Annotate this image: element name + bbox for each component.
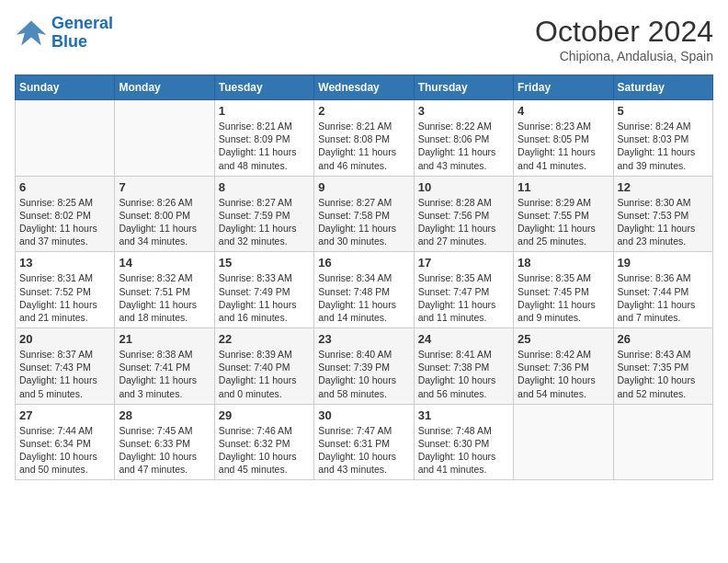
calendar-cell: 31Sunrise: 7:48 AM Sunset: 6:30 PM Dayli…	[414, 404, 513, 480]
calendar-cell: 15Sunrise: 8:33 AM Sunset: 7:49 PM Dayli…	[214, 252, 313, 328]
calendar-cell: 22Sunrise: 8:39 AM Sunset: 7:40 PM Dayli…	[214, 328, 313, 405]
day-info: Sunrise: 8:31 AM Sunset: 7:52 PM Dayligh…	[19, 271, 110, 324]
day-info: Sunrise: 7:45 AM Sunset: 6:33 PM Dayligh…	[119, 424, 210, 477]
calendar-day-header: Tuesday	[214, 75, 313, 100]
day-number: 7	[119, 180, 210, 194]
calendar-day-header: Friday	[514, 75, 613, 100]
day-info: Sunrise: 8:28 AM Sunset: 7:56 PM Dayligh…	[418, 196, 509, 248]
day-info: Sunrise: 8:26 AM Sunset: 8:00 PM Dayligh…	[119, 196, 210, 248]
calendar-cell: 11Sunrise: 8:29 AM Sunset: 7:55 PM Dayli…	[514, 176, 613, 252]
calendar-cell: 21Sunrise: 8:38 AM Sunset: 7:41 PM Dayli…	[115, 328, 214, 405]
day-number: 19	[618, 256, 709, 270]
calendar-cell: 13Sunrise: 8:31 AM Sunset: 7:52 PM Dayli…	[16, 252, 115, 328]
calendar-cell: 23Sunrise: 8:40 AM Sunset: 7:39 PM Dayli…	[314, 328, 414, 405]
day-number: 31	[418, 408, 509, 422]
day-number: 21	[119, 332, 210, 346]
svg-marker-0	[17, 20, 46, 45]
day-info: Sunrise: 7:46 AM Sunset: 6:32 PM Dayligh…	[219, 424, 310, 477]
title-block: October 2024 Chipiona, Andalusia, Spain	[535, 15, 713, 63]
calendar-cell: 20Sunrise: 8:37 AM Sunset: 7:43 PM Dayli…	[16, 328, 115, 405]
day-number: 3	[418, 104, 509, 118]
day-number: 5	[618, 104, 709, 118]
calendar-cell: 10Sunrise: 8:28 AM Sunset: 7:56 PM Dayli…	[414, 176, 513, 252]
day-info: Sunrise: 8:42 AM Sunset: 7:36 PM Dayligh…	[518, 348, 609, 400]
day-info: Sunrise: 8:27 AM Sunset: 7:58 PM Dayligh…	[318, 196, 409, 248]
calendar-cell: 9Sunrise: 8:27 AM Sunset: 7:58 PM Daylig…	[314, 176, 414, 252]
day-number: 1	[219, 104, 310, 118]
day-number: 22	[219, 332, 310, 346]
day-info: Sunrise: 8:43 AM Sunset: 7:35 PM Dayligh…	[618, 348, 709, 400]
calendar-day-header: Monday	[115, 75, 214, 100]
calendar-cell: 28Sunrise: 7:45 AM Sunset: 6:33 PM Dayli…	[115, 404, 214, 480]
calendar-cell: 3Sunrise: 8:22 AM Sunset: 8:06 PM Daylig…	[414, 100, 513, 177]
day-info: Sunrise: 8:36 AM Sunset: 7:44 PM Dayligh…	[618, 271, 709, 324]
calendar-cell: 4Sunrise: 8:23 AM Sunset: 8:05 PM Daylig…	[514, 100, 613, 177]
day-info: Sunrise: 8:22 AM Sunset: 8:06 PM Dayligh…	[418, 120, 509, 172]
calendar-cell: 1Sunrise: 8:21 AM Sunset: 8:09 PM Daylig…	[214, 100, 313, 177]
calendar-cell: 17Sunrise: 8:35 AM Sunset: 7:47 PM Dayli…	[414, 252, 513, 328]
day-number: 6	[19, 180, 110, 194]
month-title: October 2024	[535, 15, 713, 49]
day-info: Sunrise: 8:40 AM Sunset: 7:39 PM Dayligh…	[318, 348, 409, 400]
calendar-week-row: 13Sunrise: 8:31 AM Sunset: 7:52 PM Dayli…	[16, 252, 713, 328]
calendar-cell: 29Sunrise: 7:46 AM Sunset: 6:32 PM Dayli…	[214, 404, 313, 480]
day-number: 16	[318, 256, 409, 270]
day-info: Sunrise: 8:41 AM Sunset: 7:38 PM Dayligh…	[418, 348, 509, 400]
day-info: Sunrise: 7:47 AM Sunset: 6:31 PM Dayligh…	[318, 424, 409, 477]
page-header: General Blue October 2024 Chipiona, Anda…	[15, 15, 713, 63]
logo-text: General Blue	[51, 15, 113, 52]
day-info: Sunrise: 8:37 AM Sunset: 7:43 PM Dayligh…	[19, 348, 110, 400]
calendar-cell	[115, 100, 214, 177]
logo: General Blue	[15, 15, 113, 52]
calendar-day-header: Sunday	[16, 75, 115, 100]
day-number: 13	[19, 256, 110, 270]
logo-icon	[15, 17, 48, 50]
calendar-cell: 7Sunrise: 8:26 AM Sunset: 8:00 PM Daylig…	[115, 176, 214, 252]
day-info: Sunrise: 8:38 AM Sunset: 7:41 PM Dayligh…	[119, 348, 210, 400]
day-info: Sunrise: 8:23 AM Sunset: 8:05 PM Dayligh…	[518, 120, 609, 172]
calendar-cell: 14Sunrise: 8:32 AM Sunset: 7:51 PM Dayli…	[115, 252, 214, 328]
calendar-cell	[514, 404, 613, 480]
day-info: Sunrise: 8:21 AM Sunset: 8:09 PM Dayligh…	[219, 120, 310, 172]
day-info: Sunrise: 8:29 AM Sunset: 7:55 PM Dayligh…	[518, 196, 609, 248]
calendar-week-row: 27Sunrise: 7:44 AM Sunset: 6:34 PM Dayli…	[16, 404, 713, 480]
day-number: 25	[518, 332, 609, 346]
day-info: Sunrise: 8:27 AM Sunset: 7:59 PM Dayligh…	[219, 196, 310, 248]
calendar-cell: 18Sunrise: 8:35 AM Sunset: 7:45 PM Dayli…	[514, 252, 613, 328]
day-info: Sunrise: 8:24 AM Sunset: 8:03 PM Dayligh…	[618, 120, 709, 172]
day-number: 18	[518, 256, 609, 270]
calendar-cell: 25Sunrise: 8:42 AM Sunset: 7:36 PM Dayli…	[514, 328, 613, 405]
calendar-cell: 27Sunrise: 7:44 AM Sunset: 6:34 PM Dayli…	[16, 404, 115, 480]
day-number: 10	[418, 180, 509, 194]
calendar-cell: 2Sunrise: 8:21 AM Sunset: 8:08 PM Daylig…	[314, 100, 414, 177]
day-number: 30	[318, 408, 409, 422]
day-info: Sunrise: 8:30 AM Sunset: 7:53 PM Dayligh…	[618, 196, 709, 248]
day-number: 8	[219, 180, 310, 194]
day-number: 17	[418, 256, 509, 270]
calendar-week-row: 20Sunrise: 8:37 AM Sunset: 7:43 PM Dayli…	[16, 328, 713, 405]
calendar-cell: 16Sunrise: 8:34 AM Sunset: 7:48 PM Dayli…	[314, 252, 414, 328]
day-number: 2	[318, 104, 409, 118]
calendar-table: SundayMondayTuesdayWednesdayThursdayFrid…	[15, 75, 713, 480]
calendar-cell: 26Sunrise: 8:43 AM Sunset: 7:35 PM Dayli…	[613, 328, 712, 405]
day-info: Sunrise: 8:39 AM Sunset: 7:40 PM Dayligh…	[219, 348, 310, 400]
day-number: 14	[119, 256, 210, 270]
day-number: 9	[318, 180, 409, 194]
day-number: 29	[219, 408, 310, 422]
day-number: 26	[618, 332, 709, 346]
day-info: Sunrise: 8:32 AM Sunset: 7:51 PM Dayligh…	[119, 271, 210, 324]
day-number: 4	[518, 104, 609, 118]
calendar-cell: 8Sunrise: 8:27 AM Sunset: 7:59 PM Daylig…	[214, 176, 313, 252]
day-number: 23	[318, 332, 409, 346]
day-number: 28	[119, 408, 210, 422]
calendar-cell: 12Sunrise: 8:30 AM Sunset: 7:53 PM Dayli…	[613, 176, 712, 252]
day-number: 27	[19, 408, 110, 422]
day-number: 24	[418, 332, 509, 346]
calendar-cell: 30Sunrise: 7:47 AM Sunset: 6:31 PM Dayli…	[314, 404, 414, 480]
day-info: Sunrise: 7:44 AM Sunset: 6:34 PM Dayligh…	[19, 424, 110, 477]
day-info: Sunrise: 8:21 AM Sunset: 8:08 PM Dayligh…	[318, 120, 409, 172]
calendar-cell: 24Sunrise: 8:41 AM Sunset: 7:38 PM Dayli…	[414, 328, 513, 405]
day-info: Sunrise: 7:48 AM Sunset: 6:30 PM Dayligh…	[418, 424, 509, 477]
day-number: 12	[618, 180, 709, 194]
day-number: 15	[219, 256, 310, 270]
